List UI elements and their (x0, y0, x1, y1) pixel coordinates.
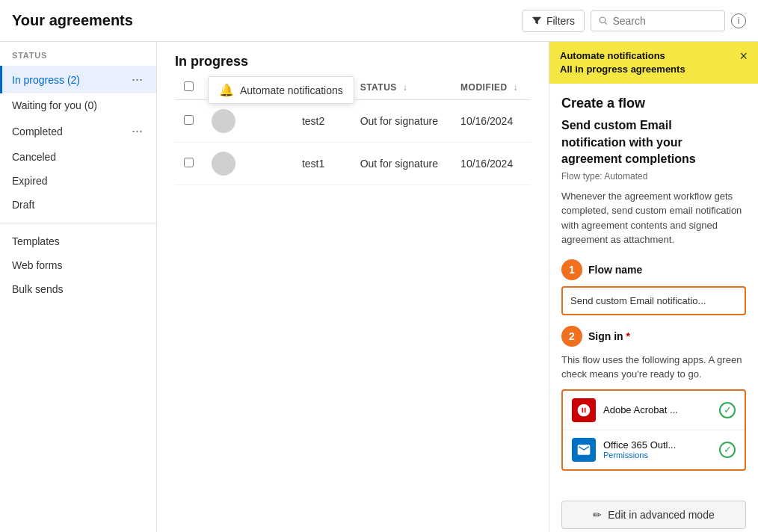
agreements-table: RECIPIENTS ↓ TITLE ↓ STATUS ↓ MODIFIED (157, 75, 549, 532)
flow-name-section: 1 Flow name (561, 259, 746, 315)
panel-title: Create a flow (561, 96, 746, 111)
step1-header: 1 Flow name (561, 259, 746, 280)
app-row-acrobat[interactable]: Adobe Acrobat ... ✓ (563, 391, 745, 430)
row-checkbox[interactable] (184, 158, 194, 167)
sidebar-item-bulk-sends[interactable]: Bulk sends (0, 277, 156, 301)
sidebar-item-web-forms[interactable]: Web forms (0, 253, 156, 277)
top-header: Your agreements Filters i (0, 0, 758, 42)
search-icon (599, 16, 608, 26)
row-checkbox[interactable] (184, 115, 194, 125)
main-layout: STATUS In progress (2) ··· Waiting for y… (0, 42, 758, 532)
sidebar-item-label: Completed (12, 126, 130, 137)
automate-tooltip[interactable]: 🔔 Automate notifications (208, 76, 354, 104)
sidebar-item-label: Canceled (12, 151, 144, 163)
panel-banner: Automate notifications All in progress a… (549, 42, 758, 84)
sidebar-item-menu[interactable]: ··· (130, 72, 144, 87)
required-marker: * (626, 330, 630, 342)
sidebar-divider (0, 223, 156, 223)
automate-tooltip-label: Automate notifications (240, 84, 343, 96)
row-checkbox-cell (175, 143, 203, 185)
row-title: test1 (293, 143, 351, 185)
right-panel: Automate notifications All in progress a… (549, 42, 758, 532)
flow-name-box (561, 286, 746, 315)
panel-body: Create a flow Send custom Email notifica… (549, 84, 758, 492)
sort-icon: ↓ (514, 82, 519, 93)
sidebar-item-label: Draft (12, 199, 144, 211)
panel-subtitle: Send custom Email notification with your… (561, 117, 746, 167)
acrobat-check: ✓ (719, 402, 736, 418)
flow-type-label: Flow type: Automated (561, 171, 746, 182)
filter-icon (531, 16, 542, 26)
step2-header: 2 Sign in * (561, 326, 746, 347)
avatar (212, 109, 235, 133)
sidebar-item-label: In progress (2) (12, 74, 130, 86)
acrobat-name: Adobe Acrobat ... (603, 404, 712, 415)
row-modified: 10/16/2024 (452, 100, 531, 143)
row-modified: 10/16/2024 (452, 143, 531, 185)
table-row[interactable]: test1 Out for signature 10/16/2024 (175, 143, 531, 185)
outlook-check: ✓ (719, 442, 736, 458)
sidebar-item-expired[interactable]: Expired (0, 169, 156, 193)
avatar (212, 152, 235, 176)
svg-line-1 (605, 22, 607, 24)
sidebar-item-canceled[interactable]: Canceled (0, 145, 156, 169)
table-row[interactable]: test2 Out for signature 10/16/2024 (175, 100, 531, 143)
edit-advanced-label: Edit in advanced mode (608, 509, 714, 521)
outlook-permissions[interactable]: Permissions (603, 451, 712, 460)
sort-icon: ↓ (403, 82, 408, 93)
bell-icon: 🔔 (219, 83, 234, 97)
status-section-label: STATUS (0, 51, 156, 66)
acrobat-icon (572, 398, 596, 422)
pencil-icon: ✏ (593, 509, 602, 521)
outlook-name-block: Office 365 Outl... Permissions (603, 439, 712, 460)
edit-advanced-button[interactable]: ✏ Edit in advanced mode (561, 501, 746, 529)
row-status: Out for signature (351, 100, 452, 143)
sidebar-item-templates[interactable]: Templates (0, 229, 156, 253)
col-modified: MODIFIED ↓ (452, 75, 531, 100)
sidebar-item-completed[interactable]: Completed ··· (0, 117, 156, 145)
sidebar: STATUS In progress (2) ··· Waiting for y… (0, 42, 157, 532)
row-recipients (203, 143, 293, 185)
sidebar-item-label: Expired (12, 175, 144, 187)
row-recipients (203, 100, 293, 143)
app-row-outlook[interactable]: Office 365 Outl... Permissions ✓ (563, 430, 745, 469)
outlook-name: Office 365 Outl... (603, 439, 712, 451)
banner-text: Automate notifications All in progress a… (560, 49, 685, 76)
sidebar-item-label: Waiting for you (0) (12, 99, 144, 111)
col-status: STATUS ↓ (351, 75, 452, 100)
svg-point-0 (600, 16, 606, 22)
row-checkbox-cell (175, 100, 203, 143)
sidebar-item-draft[interactable]: Draft (0, 193, 156, 217)
panel-close-button[interactable]: × (739, 49, 748, 63)
row-status: Out for signature (351, 143, 452, 185)
search-box (591, 10, 725, 31)
select-all-checkbox[interactable] (184, 81, 194, 91)
acrobat-name-block: Adobe Acrobat ... (603, 404, 712, 415)
signin-description: This flow uses the following apps. A gre… (561, 353, 746, 382)
page-title: Your agreements (12, 12, 522, 29)
outlook-icon (572, 438, 596, 462)
col-checkbox (175, 75, 203, 100)
row-title: test2 (293, 100, 351, 143)
sidebar-item-in-progress[interactable]: In progress (2) ··· (0, 66, 156, 93)
content-area: In progress 🔔 Automate notifications REC… (157, 42, 549, 532)
flow-name-input[interactable] (563, 289, 745, 312)
signin-section: 2 Sign in * This flow uses the following… (561, 326, 746, 471)
filters-button[interactable]: Filters (522, 10, 585, 32)
step2-label: Sign in * (588, 330, 630, 342)
info-icon[interactable]: i (731, 13, 746, 28)
search-input[interactable] (612, 15, 717, 27)
panel-description: Whenever the agreement workflow gets com… (561, 189, 746, 247)
apps-box: Adobe Acrobat ... ✓ Office 365 Outl... (561, 389, 746, 471)
content-section-title: In progress (157, 42, 549, 75)
sidebar-item-menu[interactable]: ··· (130, 123, 144, 139)
step2-circle: 2 (561, 326, 582, 347)
step1-label: Flow name (588, 264, 642, 276)
sidebar-item-waiting[interactable]: Waiting for you (0) (0, 93, 156, 117)
step1-circle: 1 (561, 259, 582, 280)
